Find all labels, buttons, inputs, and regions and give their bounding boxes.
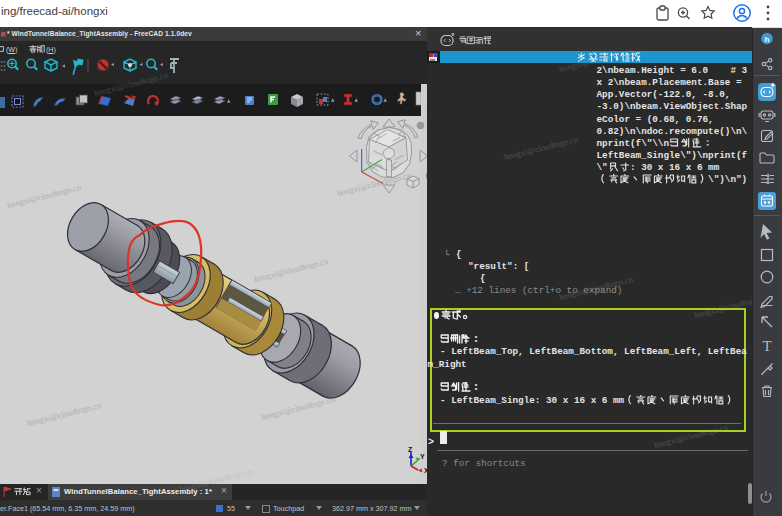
svg-text:hongxi@cloudtogo.cn: hongxi@cloudtogo.cn (260, 394, 336, 422)
svg-text:hongxi@cloudtogo.cn: hongxi@cloudtogo.cn (26, 400, 102, 428)
svg-text:hongxi@cloudtogo.cn: hongxi@cloudtogo.cn (336, 170, 412, 198)
svg-text:hongxi@cloudtogo.cn: hongxi@cloudtogo.cn (6, 182, 82, 210)
svg-text:Y: Y (420, 453, 425, 460)
svg-text:T: T (762, 338, 771, 354)
svg-text:Z: Z (408, 446, 413, 453)
svg-text:hongxi@cloudtogo.cn: hongxi@cloudtogo.cn (253, 256, 329, 284)
svg-text:h: h (765, 35, 770, 44)
